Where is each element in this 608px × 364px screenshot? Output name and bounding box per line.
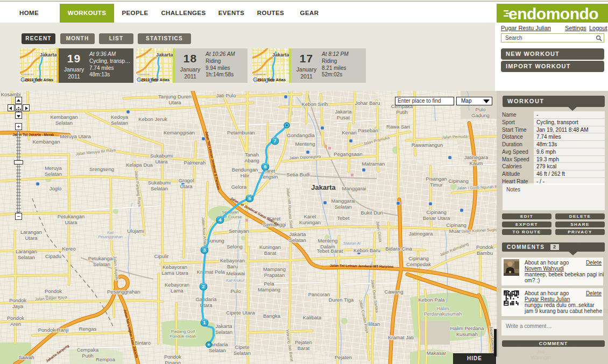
svg-text:5: 5 bbox=[248, 195, 251, 201]
svg-text:Duren Tiga: Duren Tiga bbox=[329, 297, 354, 303]
svg-text:MeruyaSelatan: MeruyaSelatan bbox=[45, 165, 62, 177]
svg-text:2011 Tele Atlas: 2011 Tele Atlas bbox=[25, 77, 53, 82]
svg-text:SukabumiSelatan: SukabumiSelatan bbox=[148, 180, 171, 191]
svg-text:Pegangsaan: Pegangsaan bbox=[334, 151, 362, 157]
svg-text:Pulo: Pulo bbox=[230, 288, 241, 294]
svg-text:Kebon Baru: Kebon Baru bbox=[354, 247, 380, 253]
svg-text:Kelapa Dua: Kelapa Dua bbox=[126, 162, 153, 168]
svg-text:Gelora: Gelora bbox=[231, 184, 247, 190]
svg-text:Rawamangun: Rawamangun bbox=[412, 142, 443, 148]
svg-text:Petamburan: Petamburan bbox=[227, 130, 255, 135]
svg-text:MampangPrapatan: MampangPrapatan bbox=[263, 266, 286, 278]
svg-text:LaranganSelatan: LaranganSelatan bbox=[16, 248, 37, 260]
svg-text:Cawang: Cawang bbox=[385, 289, 404, 295]
svg-text:Kalibata: Kalibata bbox=[303, 315, 322, 320]
svg-text:2: 2 bbox=[202, 283, 204, 289]
svg-text:Ulujami: Ulujami bbox=[127, 228, 144, 234]
svg-text:JakartaSelatan: JakartaSelatan bbox=[215, 323, 232, 335]
svg-text:ManggaraiSelatan: ManggaraiSelatan bbox=[331, 198, 356, 210]
svg-text:Kramat Jati: Kramat Jati bbox=[388, 334, 414, 340]
svg-text:6: 6 bbox=[264, 163, 266, 169]
svg-text:JakartaSelatan: JakartaSelatan bbox=[289, 231, 306, 243]
svg-text:Bidara Cina: Bidara Cina bbox=[385, 246, 412, 252]
svg-text:Kenari: Kenari bbox=[342, 130, 356, 135]
svg-text:Tebet: Tebet bbox=[337, 215, 350, 221]
svg-text:3: 3 bbox=[203, 247, 206, 253]
svg-text:Bukit Duri: Bukit Duri bbox=[360, 210, 383, 216]
svg-text:Tebet Barat: Tebet Barat bbox=[317, 248, 343, 254]
svg-text:PejatenBarat: PejatenBarat bbox=[295, 339, 312, 351]
svg-text:4: 4 bbox=[218, 217, 222, 223]
svg-text:Makasar: Makasar bbox=[427, 350, 446, 356]
svg-text:Kembangan: Kembangan bbox=[32, 139, 60, 145]
svg-text:Rengas: Rengas bbox=[79, 326, 97, 332]
svg-text:Pejaten: Pejaten bbox=[335, 354, 352, 360]
svg-text:CipeteSelatan: CipeteSelatan bbox=[234, 344, 251, 356]
svg-text:PondokBambu: PondokBambu bbox=[476, 244, 493, 256]
svg-text:Rempoa: Rempoa bbox=[96, 356, 116, 362]
svg-text:Gondangdia: Gondangdia bbox=[287, 132, 315, 138]
svg-text:CipinangBesar Utara: CipinangBesar Utara bbox=[423, 209, 450, 221]
svg-text:POWERED BY: POWERED BY bbox=[137, 74, 150, 76]
svg-text:Johar Baru: Johar Baru bbox=[355, 100, 380, 106]
svg-text:Bangka: Bangka bbox=[263, 313, 281, 319]
svg-text:TanahAbang: TanahAbang bbox=[244, 152, 259, 163]
svg-text:KebayoranLama Utara: KebayoranLama Utara bbox=[161, 264, 188, 276]
svg-text:Selong: Selong bbox=[227, 244, 243, 249]
svg-text:Jakarta: Jakarta bbox=[272, 52, 289, 58]
svg-text:Jakarta: Jakarta bbox=[40, 52, 56, 58]
svg-text:Pancoran: Pancoran bbox=[308, 291, 330, 297]
svg-text:POWERED BY: POWERED BY bbox=[21, 74, 34, 76]
svg-text:Pesanggrahan: Pesanggrahan bbox=[107, 289, 140, 295]
svg-text:Kebon Pala: Kebon Pala bbox=[418, 297, 445, 303]
svg-text:Melawai: Melawai bbox=[227, 270, 245, 276]
svg-text:Rawa Sari: Rawa Sari bbox=[386, 124, 410, 130]
svg-text:Sawah: Sawah bbox=[18, 354, 34, 360]
svg-text:Jakarta: Jakarta bbox=[156, 52, 173, 58]
svg-text:7: 7 bbox=[273, 138, 276, 144]
svg-text:Jakarta: Jakarta bbox=[311, 183, 336, 191]
svg-text:Kramat Pela: Kramat Pela bbox=[197, 269, 225, 275]
svg-text:Kemanggisan: Kemanggisan bbox=[164, 130, 195, 135]
svg-text:Cipete Utara: Cipete Utara bbox=[226, 310, 255, 316]
svg-text:Menteng: Menteng bbox=[295, 141, 315, 147]
svg-text:Paseban: Paseban bbox=[358, 127, 378, 133]
svg-text:JakartaPusat: JakartaPusat bbox=[335, 109, 352, 120]
svg-text:Cipulir: Cipulir bbox=[154, 253, 169, 259]
svg-text:Kebon Jeruk: Kebon Jeruk bbox=[138, 116, 167, 122]
svg-text:Bintaro: Bintaro bbox=[135, 340, 151, 346]
svg-text:Cipadu: Cipadu bbox=[45, 253, 61, 259]
svg-text:CipinangCempedak: CipinangCempedak bbox=[406, 255, 431, 267]
svg-text:Joglo: Joglo bbox=[50, 185, 62, 191]
svg-text:Jatinegara: Jatinegara bbox=[409, 231, 433, 237]
svg-text:endomondo: endomondo bbox=[508, 5, 598, 23]
svg-text:Kali Krukut: Kali Krukut bbox=[226, 279, 245, 282]
svg-text:Saluran Ar: Saluran Ar bbox=[343, 241, 361, 245]
svg-text:PondokPinang: PondokPinang bbox=[164, 354, 181, 364]
svg-text:Jati Pulo: Jati Pulo bbox=[216, 92, 236, 98]
svg-text:Senayan: Senayan bbox=[229, 228, 249, 234]
svg-text:Kereo: Kereo bbox=[62, 246, 75, 252]
svg-text:Kebon Sirih: Kebon Sirih bbox=[301, 101, 328, 107]
svg-text:POWERED BY: POWERED BY bbox=[253, 74, 266, 76]
svg-text:GrogolUtara: GrogolUtara bbox=[179, 177, 194, 189]
svg-text:Jalan Pemuda: Jalan Pemuda bbox=[442, 134, 468, 140]
svg-text:2011 Tele Atlas: 2011 Tele Atlas bbox=[257, 77, 286, 82]
svg-text:Setia Budi: Setia Budi bbox=[286, 172, 309, 177]
svg-text:KedoyaSelatan: KedoyaSelatan bbox=[111, 114, 129, 126]
svg-text:Padang GolfPondok Indah: Padang GolfPondok Indah bbox=[169, 329, 196, 339]
svg-text:Cipinang: Cipinang bbox=[448, 178, 469, 184]
svg-text:2011 Tele Atlas: 2011 Tele Atlas bbox=[141, 77, 169, 82]
svg-text:Matraman: Matraman bbox=[362, 161, 385, 167]
svg-text:Pondok Ranji: Pondok Ranji bbox=[38, 327, 69, 333]
svg-text:Srengseng: Srengseng bbox=[89, 166, 114, 172]
svg-text:1: 1 bbox=[203, 319, 206, 325]
svg-text:Manggarai: Manggarai bbox=[342, 185, 366, 191]
svg-text:Palmerah: Palmerah bbox=[184, 160, 206, 166]
svg-text:Meruya Utara: Meruya Utara bbox=[60, 133, 91, 139]
